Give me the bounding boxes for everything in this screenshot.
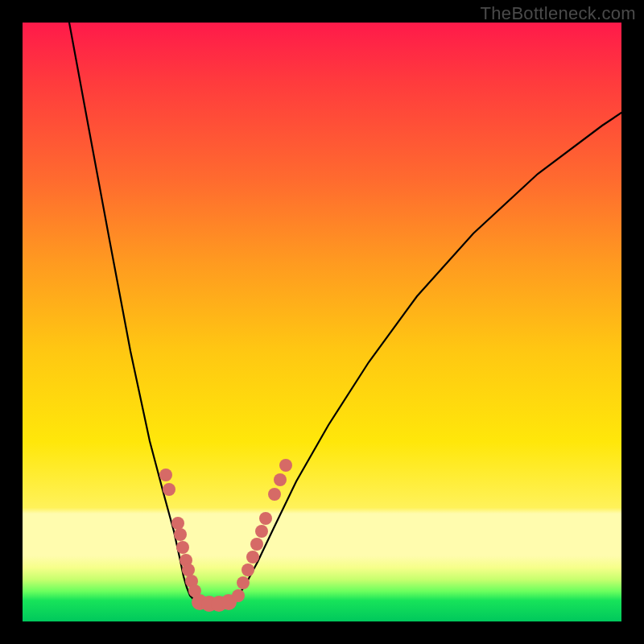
v-curve	[69, 23, 621, 602]
data-dot	[159, 469, 172, 481]
watermark-text: TheBottleneck.com	[481, 3, 636, 24]
chart-svg	[23, 23, 621, 621]
data-dot	[171, 517, 184, 530]
data-dot	[268, 488, 281, 501]
data-dot	[255, 525, 268, 538]
data-dot	[246, 551, 259, 564]
chart-frame: TheBottleneck.com	[0, 0, 644, 644]
data-dot	[237, 576, 250, 589]
data-dot	[274, 473, 287, 486]
data-dot	[259, 512, 272, 525]
data-dot	[242, 564, 254, 576]
data-dot	[163, 483, 175, 496]
plot-area	[23, 23, 621, 621]
data-dot	[250, 538, 263, 551]
data-dot	[232, 589, 245, 602]
data-dot	[182, 564, 195, 576]
data-dot	[174, 528, 187, 541]
scatter-dots	[159, 459, 292, 612]
data-dot	[176, 541, 189, 554]
data-dot	[279, 459, 292, 472]
